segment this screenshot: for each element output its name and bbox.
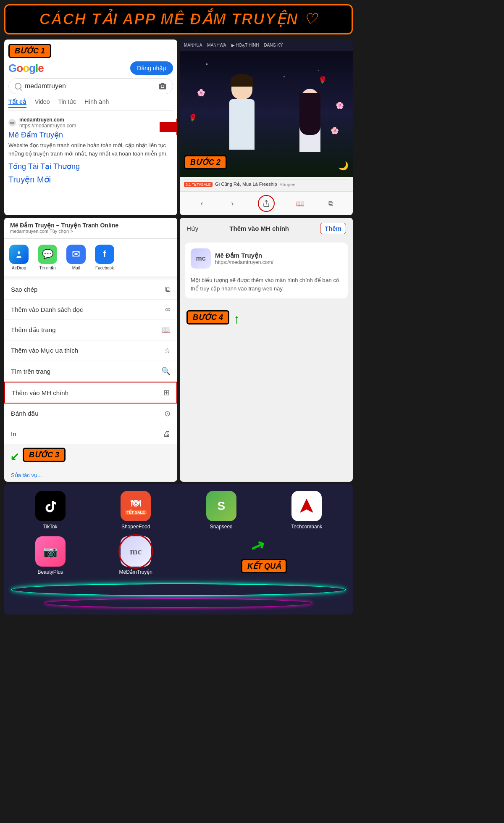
techcombank-label: Techcombank bbox=[291, 524, 322, 530]
app-medamtruyen[interactable]: mc MêĐắmTruyện bbox=[97, 536, 176, 577]
star-1 bbox=[206, 63, 207, 65]
edit-actions-link[interactable]: Sửa tác vụ... bbox=[4, 469, 177, 482]
arrow-up-indicator: ↑ bbox=[234, 312, 240, 326]
beautyplus-icon: 📷 bbox=[35, 536, 66, 567]
app-snapseed[interactable]: S Snapseed bbox=[182, 491, 261, 530]
add-home-card: mc Mê Đắm Truyện https://medamtruyen.com… bbox=[185, 243, 348, 298]
back-button[interactable]: ‹ bbox=[197, 198, 207, 208]
airdrop-icon bbox=[9, 245, 29, 264]
filter-news[interactable]: Tin tức bbox=[58, 98, 76, 108]
google-logo: Google bbox=[8, 62, 44, 75]
print-icon: 🖨 bbox=[163, 430, 171, 438]
g-logo-e: e bbox=[38, 62, 43, 74]
forward-button[interactable]: › bbox=[227, 198, 237, 208]
share-button[interactable] bbox=[258, 195, 275, 212]
markup-icon: ⊙ bbox=[164, 409, 171, 418]
rose-3: 🌸 bbox=[336, 101, 344, 109]
filter-tabs: Tất cả Video Tin tức Hình ảnh bbox=[8, 98, 173, 111]
menu-favorites[interactable]: Thêm vào Mục ưa thích ☆ bbox=[4, 340, 177, 361]
moon-icon: 🌙 bbox=[338, 161, 349, 171]
share-site-verified: medamtruyen.com Tùy chọn > bbox=[10, 229, 171, 234]
app-techcombank[interactable]: Techcombank bbox=[268, 491, 346, 530]
reading-list-label: Thêm vào Danh sách đọc bbox=[11, 306, 83, 314]
menu-bookmark[interactable]: Thêm dấu trang 📖 bbox=[4, 320, 177, 340]
print-label: In bbox=[11, 430, 16, 438]
reading-list-icon: ∞ bbox=[165, 305, 171, 314]
nav-register[interactable]: ĐĂNG KÝ bbox=[264, 43, 283, 47]
app-preview-row: mc Mê Đắm Truyện https://medamtruyen.com… bbox=[191, 248, 273, 269]
panel-buoc1: BƯỚC 1 Google Đăng nhập medamtruyen Tất … bbox=[4, 40, 177, 215]
camera-icon bbox=[158, 82, 167, 90]
login-button[interactable]: Đăng nhập bbox=[130, 61, 173, 75]
highlight-circle bbox=[118, 534, 153, 569]
shopee-ad: 3.1 TẾT#SALE Gì Cũng Rẻ, Mua Là Freeship… bbox=[184, 179, 349, 189]
buoc3-badge: BƯỚC 3 bbox=[23, 448, 66, 462]
filter-images[interactable]: Hình ảnh bbox=[84, 98, 109, 108]
male-body bbox=[229, 99, 255, 150]
browser-bottom-bar: 3.1 TẾT#SALE Gì Cũng Rẻ, Mua Là Freeship… bbox=[180, 177, 353, 191]
result-desc: Website đọc truyện tranh online hoàn toà… bbox=[8, 141, 173, 158]
svg-marker-0 bbox=[160, 119, 177, 135]
panel-buoc3: Mê Đắm Truyện – Truyện Tranh Online meda… bbox=[4, 218, 177, 482]
menu-add-home[interactable]: Thêm vào MH chính ⊞ bbox=[4, 382, 177, 404]
page-container: CÁCH TẢI APP MÊ ĐẮM TRUYỆN ♡ BƯỚC 1 Goog… bbox=[0, 0, 357, 619]
buoc2-badge: BƯỚC 2 bbox=[184, 155, 227, 169]
female-head bbox=[301, 89, 319, 110]
mail-icon: ✉ bbox=[66, 245, 86, 264]
shopee-brand: Shopee bbox=[280, 182, 296, 187]
filter-video[interactable]: Video bbox=[35, 98, 50, 108]
section-title-2[interactable]: Truyện Mới bbox=[8, 174, 173, 185]
app-tiktok[interactable]: TikTok bbox=[11, 491, 90, 530]
tiktok-label: TikTok bbox=[43, 524, 58, 530]
section-title-1[interactable]: Tổng Tài Tại Thượng bbox=[8, 162, 173, 171]
add-home-header: Hủy Thêm vào MH chính Thêm bbox=[180, 218, 353, 239]
bookmark-icon: 📖 bbox=[161, 325, 171, 335]
app-preview-info: Mê Đắm Truyện https://medamtruyen.com/ bbox=[215, 252, 273, 265]
share-app-messages[interactable]: 💬 Tin nhắn bbox=[37, 245, 58, 270]
buoc2-badge-container: BƯỚC 2 bbox=[184, 155, 227, 173]
menu-copy[interactable]: Sao chép ⧉ bbox=[4, 280, 177, 300]
menu-print[interactable]: In 🖨 bbox=[4, 424, 177, 444]
buoc4-badge: BƯỚC 4 bbox=[186, 310, 229, 324]
ketqua-area: ↗ KẾT QUẢ bbox=[182, 536, 346, 577]
share-app-airdrop[interactable]: AirDrop bbox=[8, 245, 29, 270]
messages-icon: 💬 bbox=[38, 245, 57, 264]
add-home-dialog-title: Thêm vào MH chính bbox=[229, 225, 289, 232]
copy-icon: ⧉ bbox=[165, 285, 171, 294]
share-app-mail[interactable]: ✉ Mail bbox=[66, 245, 87, 270]
site-name: medamtruyen.com bbox=[19, 117, 76, 123]
g-logo-o2: o bbox=[23, 62, 29, 74]
reader-button[interactable]: 📖 bbox=[295, 198, 305, 208]
neon-oval-teal bbox=[11, 583, 346, 596]
share-site-header: Mê Đắm Truyện – Truyện Tranh Online meda… bbox=[4, 218, 177, 239]
menu-find[interactable]: Tìm trên trang 🔍 bbox=[4, 361, 177, 382]
cancel-button[interactable]: Hủy bbox=[186, 225, 198, 232]
site-url-block: medamtruyen.com https://medamtruyen.com bbox=[19, 117, 76, 129]
shopeefood-label: ShopeeFood bbox=[121, 524, 150, 530]
nav-manhua[interactable]: MANHUA bbox=[184, 43, 202, 47]
site-favicon: mc bbox=[8, 119, 16, 127]
shopeefood-emoji: 🍽 bbox=[131, 497, 141, 509]
result-title[interactable]: Mê Đẩm Truyện bbox=[8, 130, 173, 140]
site-url: https://medamtruyen.com bbox=[19, 123, 76, 129]
browser-controls: ‹ › 📖 ⧉ bbox=[180, 191, 353, 215]
add-button[interactable]: Thêm bbox=[320, 223, 346, 234]
tabs-button[interactable]: ⧉ bbox=[326, 198, 336, 208]
buoc1-badge: BƯỚC 1 bbox=[8, 44, 51, 58]
share-menu-list: Sao chép ⧉ Thêm vào Danh sách đọc ∞ Thêm… bbox=[4, 280, 177, 444]
share-site-title: Mê Đắm Truyện – Truyện Tranh Online bbox=[10, 222, 171, 229]
manga-illustration: 🌸 🌹 🌸 🌹 🌸 🌹 BƯỚC 2 🌙 bbox=[180, 51, 353, 177]
nav-animation[interactable]: ▶ HOẠT HÌNH bbox=[231, 43, 259, 47]
app-preview-icon: mc bbox=[191, 248, 211, 269]
menu-markup[interactable]: Đánh dấu ⊙ bbox=[4, 404, 177, 424]
share-app-facebook[interactable]: f Facebook bbox=[94, 245, 115, 270]
page-title: CÁCH TẢI APP MÊ ĐẮM TRUYỆN ♡ bbox=[14, 11, 343, 28]
search-icon bbox=[15, 83, 21, 90]
bookmark-label: Thêm dấu trang bbox=[11, 326, 56, 334]
menu-reading-list[interactable]: Thêm vào Danh sách đọc ∞ bbox=[4, 300, 177, 320]
app-preview-name: Mê Đắm Truyện bbox=[215, 252, 273, 259]
app-shopeefood[interactable]: 🍽 TẾT SALE ShopeeFood bbox=[97, 491, 176, 530]
nav-manhwa[interactable]: MANHWA bbox=[207, 43, 226, 47]
app-beautyplus[interactable]: 📷 BeautyPlus bbox=[11, 536, 90, 577]
filter-all[interactable]: Tất cả bbox=[8, 98, 26, 108]
